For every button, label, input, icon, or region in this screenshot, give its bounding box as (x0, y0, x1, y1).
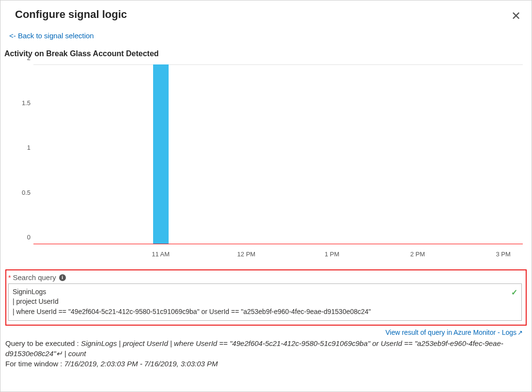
chart-plot-area: 0 0.5 1 1.5 2 11 AM 12 PM 1 PM 2 PM 3 PM (33, 65, 523, 244)
back-link[interactable]: <- Back to signal selection (0, 27, 532, 45)
chart: 0 0.5 1 1.5 2 11 AM 12 PM 1 PM 2 PM 3 PM (0, 60, 532, 268)
check-icon: ✓ (511, 287, 517, 298)
y-tick: 2 (11, 54, 31, 62)
y-tick: 0 (11, 234, 31, 241)
info-icon[interactable]: i (59, 274, 66, 281)
query-line: | project UserId (13, 297, 507, 306)
chart-title: Activity on Break Glass Account Detected (0, 45, 532, 60)
y-tick: 0.5 (11, 188, 31, 196)
required-star-icon: * (8, 274, 11, 282)
chart-bar (153, 64, 169, 244)
search-query-input[interactable]: ✓ SigninLogs | project UserId | where Us… (8, 283, 522, 321)
x-tick: 12 PM (237, 251, 256, 258)
external-link-icon: ↗ (517, 329, 523, 336)
page-title: Configure signal logic (15, 8, 127, 21)
search-query-label-text: Search query (13, 273, 56, 282)
view-query-link[interactable]: View result of query in Azure Monitor - … (385, 329, 516, 336)
search-query-section: * Search query i ✓ SigninLogs | project … (5, 269, 527, 326)
query-to-execute: Query to be executed : SigninLogs | proj… (0, 338, 532, 360)
search-query-label: * Search query i (8, 273, 522, 283)
x-tick: 11 AM (152, 251, 170, 258)
query-line: | where UserId == "49e2f604-5c21-412c-95… (13, 307, 507, 316)
time-prefix: For time window : (5, 360, 64, 368)
x-tick: 1 PM (325, 251, 339, 258)
x-tick: 3 PM (496, 251, 510, 258)
y-tick: 1.5 (11, 99, 31, 106)
time-value: 7/16/2019, 2:03:03 PM - 7/16/2019, 3:03:… (64, 360, 218, 368)
x-tick: 2 PM (410, 251, 425, 258)
y-tick: 1 (11, 144, 31, 151)
close-icon[interactable]: ✕ (509, 8, 523, 24)
query-line: SigninLogs (13, 287, 507, 297)
time-window: For time window : 7/16/2019, 2:03:03 PM … (0, 360, 532, 371)
exec-prefix: Query to be executed : (5, 339, 81, 347)
threshold-line (33, 244, 523, 244)
